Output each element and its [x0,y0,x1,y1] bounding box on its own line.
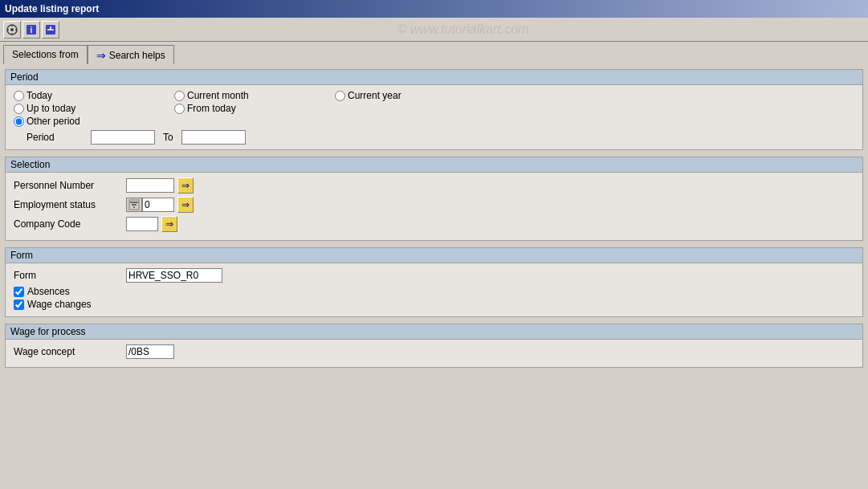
company-code-label: Company Code [14,218,126,230]
company-code-input[interactable] [126,217,158,231]
tab-search-helps[interactable]: ⇒ Search helps [88,45,174,64]
tab-selections-from-label: Selections from [12,49,79,60]
period-to-label: To [163,132,173,143]
radio-current-year-item: Current year [335,90,479,101]
personnel-number-label: Personnel Number [14,180,126,191]
radio-from-today-label: From today [187,103,236,114]
radio-other-period-item: Other period [14,116,158,127]
wage-for-process-title: Wage for process [10,326,86,337]
radio-today[interactable] [14,91,24,101]
radio-current-month-item: Current month [174,90,319,101]
selection-section-header: Selection [6,157,862,173]
radio-up-to-today-label: Up to today [26,103,75,114]
period-inputs-row: Period To [14,130,854,145]
period-to-input[interactable] [181,130,246,145]
selection-section-body: Personnel Number ⇒ Employment status [6,173,862,240]
employment-status-input[interactable] [142,198,174,212]
period-row-3: Other period [14,116,854,127]
period-field-label: Period [26,132,91,143]
radio-other-period-label: Other period [26,116,80,127]
tab-search-helps-label: Search helps [109,50,165,61]
radio-from-today-item: From today [174,103,319,114]
radio-up-to-today[interactable] [14,104,24,114]
form-field-row: Form [14,268,854,283]
radio-today-label: Today [26,90,52,101]
personnel-number-row: Personnel Number ⇒ [14,177,854,194]
employment-status-row: Employment status ⇒ [14,197,854,213]
period-from-input[interactable] [91,130,155,145]
form-section-body: Form Absences Wage changes [6,263,862,316]
radio-from-today[interactable] [174,104,185,114]
employment-status-wrapper [126,198,174,212]
title-bar: Update listing report [0,0,868,18]
tab-selections-from[interactable]: Selections from [3,45,88,64]
period-row-2: Up to today From today [14,103,854,114]
employment-status-filter-btn[interactable] [126,198,142,212]
period-section-header: Period [6,70,862,85]
tab-bar: Selections from ⇒ Search helps [0,42,868,64]
svg-text:i: i [31,26,33,35]
toolbar-btn-2[interactable]: i [22,21,40,39]
toolbar-btn-3[interactable] [42,21,59,39]
window-title: Update listing report [5,3,99,14]
selection-section: Selection Personnel Number ⇒ Employment … [5,157,863,241]
company-code-row: Company Code ⇒ [14,216,854,232]
form-field-label: Form [14,270,126,281]
svg-point-1 [10,28,14,31]
radio-current-month[interactable] [174,91,185,101]
wage-changes-label: Wage changes [27,299,92,310]
radio-today-item: Today [14,90,158,101]
radio-up-to-today-item: Up to today [14,103,158,114]
form-section-header: Form [6,248,862,263]
toolbar: i © www.tutorialkart.com [0,18,868,42]
wage-concept-row: Wage concept [14,344,854,359]
form-section: Form Form Absences Wage changes [5,247,863,317]
selection-section-title: Selection [10,159,50,170]
watermark: © www.tutorialkart.com [61,22,865,37]
personnel-number-input[interactable] [126,178,174,193]
radio-other-period[interactable] [14,116,24,127]
radio-current-month-label: Current month [187,90,249,101]
form-field-input[interactable] [126,268,222,283]
wage-changes-row: Wage changes [14,299,854,310]
wage-concept-label: Wage concept [14,346,126,357]
main-content: Period Today Current month Current yea [0,64,868,489]
wage-concept-input[interactable] [126,344,174,359]
main-window: Update listing report i [0,0,868,489]
wage-for-process-body: Wage concept [6,340,862,367]
form-section-title: Form [10,250,33,261]
period-row-1: Today Current month Current year [14,90,854,101]
radio-current-year[interactable] [335,91,345,101]
employment-status-arrow-btn[interactable]: ⇒ [177,197,194,213]
wage-for-process-section: Wage for process Wage concept [5,324,863,368]
absences-label: Absences [27,286,70,297]
wage-for-process-header: Wage for process [6,324,862,340]
period-section-body: Today Current month Current year [6,85,862,149]
absences-checkbox[interactable] [14,287,24,297]
wage-changes-checkbox[interactable] [14,300,24,310]
employment-status-label: Employment status [14,199,126,210]
toolbar-btn-1[interactable] [3,21,21,39]
absences-row: Absences [14,286,854,297]
radio-current-year-label: Current year [348,90,401,101]
period-section-title: Period [10,71,39,83]
personnel-number-arrow-btn[interactable]: ⇒ [177,177,194,194]
company-code-arrow-btn[interactable]: ⇒ [161,216,177,232]
period-section: Period Today Current month Current yea [5,69,863,150]
tab-arrow-icon: ⇒ [96,49,106,62]
